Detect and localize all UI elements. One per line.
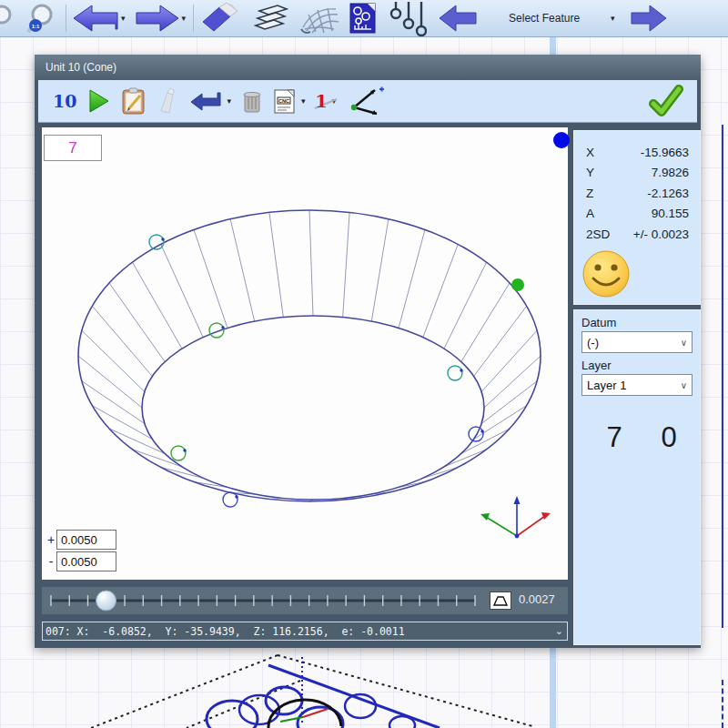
- smiley-status-icon: [581, 249, 631, 302]
- erase-icon[interactable]: [199, 2, 241, 35]
- select-feature-label: Select Feature: [509, 12, 580, 25]
- status-chevron-icon[interactable]: ⌄: [555, 625, 563, 637]
- return-dropdown-caret[interactable]: ▾: [227, 96, 231, 106]
- point-status-combobox[interactable]: 007: X: -6.0852, Y: -35.9439, Z: 116.215…: [42, 622, 568, 641]
- cone-viewport[interactable]: 7 + 0.0050 - 0.0050: [42, 127, 568, 580]
- tolerance-minus-input[interactable]: 0.0050: [56, 551, 116, 571]
- tolerance-block: + 0.0050 - 0.0050: [46, 529, 116, 572]
- layers-icon[interactable]: [250, 2, 290, 35]
- cnc-dropdown-caret[interactable]: ▾: [301, 96, 306, 106]
- tolerance-plus-sign: +: [46, 532, 56, 547]
- profile-symbol-icon[interactable]: [490, 592, 511, 610]
- cnc-label: CNC: [278, 98, 289, 104]
- datum-dropdown[interactable]: (-) ∨: [581, 331, 693, 353]
- points-removed-count: 0: [642, 421, 696, 454]
- probe-number: 1: [316, 91, 328, 111]
- delete-button[interactable]: [241, 88, 263, 114]
- point-status-text: 007: X: -6.0852, Y: -35.9439, Z: 116.215…: [46, 625, 555, 638]
- redo-icon[interactable]: [133, 2, 180, 35]
- run-button[interactable]: [86, 88, 110, 114]
- feature-number: 7: [68, 139, 76, 157]
- layer-dropdown[interactable]: Layer 1 ∨: [581, 374, 693, 396]
- accept-button[interactable]: [648, 84, 684, 122]
- point-counts: 7 0: [574, 421, 700, 454]
- svg-text:1:1: 1:1: [32, 24, 40, 29]
- dialog-titlebar[interactable]: Unit 10 (Cone): [35, 55, 701, 80]
- unit-number: 10: [53, 91, 76, 111]
- axis-system-button[interactable]: [346, 86, 384, 116]
- scale-slider[interactable]: [42, 587, 484, 614]
- zoom-icon[interactable]: [0, 2, 18, 35]
- tolerance-minus-sign: -: [46, 554, 56, 569]
- deviation-scale-value: 0.0027: [519, 592, 555, 606]
- next-feature-icon[interactable]: [630, 2, 666, 35]
- result-row: Z -2.1263: [574, 183, 700, 204]
- undo-icon[interactable]: [72, 2, 119, 35]
- results-panel: X -15.9663 Y 7.9826 Z -2.1263 A 90.155 2…: [573, 130, 701, 305]
- select-feature-dropdown[interactable]: Select Feature: [509, 2, 580, 35]
- cnc-button[interactable]: CNC: [273, 87, 297, 115]
- cad-edge-line: [722, 125, 723, 628]
- scale-slider-row: 0.0027: [42, 587, 568, 614]
- mesh-icon[interactable]: [298, 2, 339, 35]
- datum-panel: Datum (-) ∨ Layer Layer 1 ∨ 7 0: [573, 309, 701, 645]
- report-icon[interactable]: [347, 2, 379, 35]
- zoom-actual-icon[interactable]: 1:1: [24, 2, 60, 35]
- app-window: 1:1 ▾ ▾ Select Feature: [0, 0, 728, 728]
- cone-svg: [42, 127, 568, 580]
- cad-edge-line-dashed: [722, 680, 723, 728]
- cad-part-drawing: [55, 648, 564, 728]
- report-button[interactable]: [120, 86, 147, 116]
- feature-tree-icon[interactable]: [389, 2, 427, 35]
- dialog-title: Unit 10 (Cone): [46, 61, 116, 74]
- previous-feature-icon[interactable]: [438, 2, 478, 35]
- datum-label: Datum: [581, 316, 700, 329]
- result-row: 2SD +/- 0.0023: [574, 224, 700, 245]
- unit-dialog: Unit 10 (Cone) 10 ▾ CNC ▾: [35, 55, 701, 648]
- chevron-down-icon: ∨: [681, 338, 687, 348]
- probe-button-disabled: [157, 87, 179, 115]
- undo-dropdown-caret[interactable]: ▾: [121, 14, 126, 23]
- select-feature-caret[interactable]: ▾: [611, 14, 615, 23]
- chevron-down-icon: ∨: [681, 380, 687, 390]
- toolbar-separator: [193, 5, 194, 32]
- feature-number-box: 7: [44, 135, 102, 161]
- points-used-count: 7: [587, 421, 642, 454]
- result-row: A 90.155: [574, 204, 700, 225]
- result-row: Y 7.9826: [574, 163, 700, 184]
- redo-dropdown-caret[interactable]: ▾: [182, 14, 187, 23]
- return-button[interactable]: [189, 90, 222, 112]
- toolbar-separator: [66, 5, 66, 32]
- point-indicator-dot: [553, 132, 570, 148]
- tolerance-plus-input[interactable]: 0.0050: [56, 530, 116, 550]
- dialog-toolbar: 10 ▾ CNC ▾ 1 ▾: [38, 80, 697, 123]
- main-toolbar: 1:1 ▾ ▾ Select Feature: [0, 0, 728, 37]
- probe-number-button[interactable]: 1: [316, 91, 328, 111]
- layer-label: Layer: [581, 359, 700, 372]
- result-row: X -15.9663: [574, 142, 700, 163]
